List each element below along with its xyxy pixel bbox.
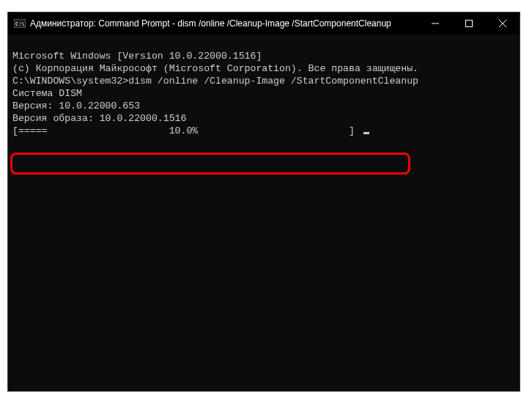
cmd-icon: C:\: [14, 18, 26, 29]
svg-rect-3: [466, 21, 473, 27]
output-line: Версия: 10.0.22000.653: [12, 100, 515, 112]
terminal-output[interactable]: Microsoft Windows [Version 10.0.22000.15…: [8, 34, 520, 391]
progress-text: [===== 10.0% ]: [12, 125, 361, 136]
prompt-line: C:\WINDOWS\system32>dism /online /Cleanu…: [12, 75, 515, 87]
cursor: [363, 132, 369, 134]
window-title: Администратор: Command Prompt - dism /on…: [30, 18, 418, 29]
highlight-rectangle: [10, 153, 410, 175]
close-button[interactable]: [486, 12, 520, 34]
progress-line: [===== 10.0% ]: [12, 125, 515, 137]
maximize-button[interactable]: [452, 12, 486, 34]
command-prompt-window: C:\ Администратор: Command Prompt - dism…: [7, 12, 520, 392]
window-controls: [418, 12, 520, 34]
titlebar[interactable]: C:\ Администратор: Command Prompt - dism…: [8, 12, 520, 34]
output-line: Cистема DISM: [12, 87, 515, 100]
output-line: Версия образа: 10.0.22000.1516: [12, 112, 515, 125]
output-line: Microsoft Windows [Version 10.0.22000.15…: [12, 50, 515, 62]
minimize-button[interactable]: [418, 12, 452, 34]
svg-text:C:\: C:\: [15, 21, 25, 27]
output-line: (c) Корпорация Майкрософт (Microsoft Cor…: [12, 62, 515, 75]
